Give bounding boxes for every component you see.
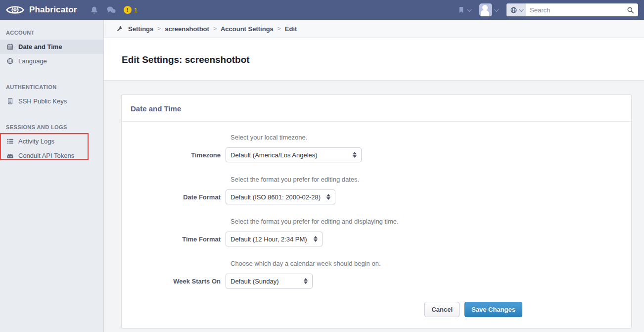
- calendar-icon: [6, 43, 14, 50]
- timezone-select[interactable]: Default (America/Los Angeles): [226, 147, 362, 162]
- sidebar-item-label: Date and Time: [18, 43, 62, 50]
- date-format-field-row: Date Format Default (ISO 8601: 2000-02-2…: [122, 190, 631, 204]
- chevron-down-icon: [467, 7, 472, 12]
- date-and-time-panel: Date and Time Select your local timezone…: [121, 95, 632, 329]
- save-changes-button[interactable]: Save Changes: [464, 302, 522, 317]
- sidebar-item-language[interactable]: Language: [0, 54, 103, 68]
- settings-form: Select your local timezone. Timezone Def…: [122, 122, 631, 317]
- globe-icon: [6, 57, 14, 65]
- avatar: [479, 3, 492, 16]
- sidebar-section-sessions-and-logs: SESSIONS AND LOGS Activity Logs: [0, 121, 103, 163]
- time-format-label: Time Format: [122, 236, 221, 243]
- phabricator-logo-icon[interactable]: ⚙: [6, 4, 24, 16]
- section-header-account: ACCOUNT: [0, 27, 103, 40]
- user-menu[interactable]: [479, 3, 500, 16]
- time-format-help-text: Select the format you prefer for editing…: [230, 218, 631, 225]
- date-format-label: Date Format: [122, 193, 221, 201]
- alert-count: 1: [134, 6, 138, 14]
- breadcrumb-account-settings[interactable]: Account Settings: [221, 25, 274, 33]
- list-icon: [6, 138, 14, 145]
- alert-indicator[interactable]: ! 1: [124, 6, 138, 14]
- sidebar-section-authentication: AUTHENTICATION SSH Public Keys: [0, 81, 103, 108]
- panel-title: Date and Time: [122, 95, 631, 122]
- week-starts-on-select[interactable]: Default (Sunday): [226, 274, 313, 288]
- date-format-help-text: Select the format you prefer for editing…: [230, 176, 631, 183]
- bookmark-menu[interactable]: [458, 6, 472, 14]
- time-format-selected-value: Default (12 Hour, 2:34 PM): [230, 236, 307, 243]
- document-icon: [6, 97, 14, 105]
- bookmark-icon: [458, 6, 465, 14]
- week-starts-on-label: Week Starts On: [122, 278, 221, 285]
- timezone-selected-value: Default (America/Los Angeles): [230, 151, 318, 159]
- date-format-select[interactable]: Default (ISO 8601: 2000-02-28): [226, 190, 335, 204]
- content-area: Date and Time Select your local timezone…: [104, 81, 644, 332]
- time-format-field-row: Time Format Default (12 Hour, 2:34 PM): [122, 232, 631, 246]
- cancel-button[interactable]: Cancel: [424, 302, 460, 317]
- week-starts-on-field-row: Week Starts On Default (Sunday): [122, 274, 631, 288]
- timezone-field-row: Timezone Default (America/Los Angeles): [122, 147, 631, 162]
- week-starts-on-selected-value: Default (Sunday): [230, 278, 279, 285]
- global-search: [506, 3, 638, 16]
- updown-arrows-icon: [304, 278, 308, 284]
- chevron-down-icon: [519, 7, 524, 12]
- time-format-select[interactable]: Default (12 Hour, 2:34 PM): [226, 232, 322, 246]
- chevron-down-icon: [494, 7, 499, 12]
- breadcrumb-separator: >: [213, 25, 217, 32]
- search-input[interactable]: [526, 6, 623, 14]
- sidebar-item-label: SSH Public Keys: [18, 97, 67, 105]
- updown-arrows-icon: [353, 152, 357, 158]
- sidebar-item-label: Language: [18, 57, 47, 65]
- breadcrumb-screenshotbot[interactable]: screenshotbot: [165, 25, 209, 33]
- brand-title[interactable]: Phabricator: [29, 5, 77, 15]
- updown-arrows-icon: [326, 194, 330, 200]
- alert-exclamation-icon: !: [124, 6, 132, 14]
- timezone-help-text: Select your local timezone.: [230, 134, 631, 141]
- updown-arrows-icon: [314, 236, 318, 242]
- main-content: Settings > screenshotbot > Account Setti…: [104, 20, 644, 332]
- page-header: Edit Settings: screenshotbot: [104, 38, 644, 81]
- breadcrumb: Settings > screenshotbot > Account Setti…: [104, 20, 644, 38]
- breadcrumb-edit: Edit: [285, 25, 297, 33]
- breadcrumb-separator: >: [157, 25, 161, 32]
- sidebar-item-label: Activity Logs: [18, 138, 54, 145]
- breadcrumb-settings[interactable]: Settings: [128, 25, 153, 33]
- sidebar-item-activity-logs[interactable]: Activity Logs: [0, 134, 103, 148]
- date-format-selected-value: Default (ISO 8601: 2000-02-28): [230, 193, 321, 201]
- sidebar-item-ssh-public-keys[interactable]: SSH Public Keys: [0, 94, 103, 108]
- form-actions: Cancel Save Changes: [122, 302, 631, 317]
- phabricator-app: ⚙ Phabricator ! 1: [0, 0, 644, 332]
- week-starts-on-help-text: Choose which day a calendar week should …: [230, 260, 631, 267]
- top-navbar: ⚙ Phabricator ! 1: [0, 0, 644, 20]
- search-scope-dropdown[interactable]: [506, 3, 526, 16]
- breadcrumb-separator: >: [277, 25, 281, 32]
- settings-sidebar: ACCOUNT Date and Time: [0, 20, 104, 332]
- sidebar-item-label: Conduit API Tokens: [18, 152, 74, 159]
- bell-icon[interactable]: [90, 6, 98, 14]
- section-header-authentication: AUTHENTICATION: [0, 81, 103, 94]
- wrench-icon: [116, 25, 123, 33]
- page-title: Edit Settings: screenshotbot: [122, 54, 626, 65]
- section-header-sessions-and-logs: SESSIONS AND LOGS: [0, 121, 103, 134]
- sidebar-item-conduit-api-tokens[interactable]: Conduit API Tokens: [0, 148, 103, 163]
- gear-icon: ⚙: [12, 6, 18, 13]
- globe-icon: [510, 6, 517, 14]
- timezone-label: Timezone: [122, 151, 221, 159]
- chat-icon[interactable]: [106, 6, 116, 14]
- search-icon[interactable]: [623, 6, 638, 14]
- fort-icon: [6, 152, 14, 159]
- sidebar-section-account: ACCOUNT Date and Time: [0, 27, 103, 68]
- sidebar-item-date-and-time[interactable]: Date and Time: [0, 40, 103, 54]
